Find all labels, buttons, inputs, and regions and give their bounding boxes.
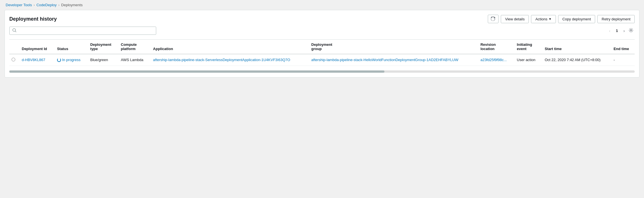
col-compute-platform: Computeplatform [118, 40, 150, 54]
copy-deployment-button[interactable]: Copy deployment [558, 15, 595, 23]
search-input[interactable] [18, 29, 153, 33]
col-status: Status [54, 40, 87, 54]
next-page-button[interactable]: › [622, 28, 626, 34]
pagination-controls: ‹ 1 › [608, 28, 626, 34]
prev-page-button[interactable]: ‹ [608, 28, 612, 34]
copy-deployment-label: Copy deployment [562, 17, 591, 21]
breadcrumb-developer-tools[interactable]: Developer Tools [6, 3, 32, 7]
col-checkbox [9, 40, 18, 54]
in-progress-spinner [57, 58, 61, 62]
col-deployment-id: Deployment Id [18, 40, 54, 54]
refresh-button[interactable] [488, 15, 499, 23]
col-deployment-group: Deploymentgroup [308, 40, 477, 54]
application-link[interactable]: aftership-lambda-pipeline-stack-Serverle… [153, 58, 290, 62]
retry-deployment-label: Retry deployment [602, 17, 630, 21]
retry-deployment-button[interactable]: Retry deployment [597, 15, 635, 23]
search-bar[interactable] [9, 27, 156, 35]
col-deployment-type: Deploymenttype [87, 40, 118, 54]
settings-button[interactable] [627, 27, 635, 34]
deployment-history-panel: Deployment history View details Actions … [5, 10, 639, 78]
header-actions: View details Actions ▼ Copy deployment R… [488, 15, 635, 23]
actions-label: Actions [535, 17, 547, 21]
svg-line-1 [15, 31, 16, 32]
end-time-cell: - [610, 54, 635, 66]
breadcrumb-codedeploy[interactable]: CodeDeploy [36, 3, 57, 7]
deployment-table: Deployment Id Status Deploymenttype Comp… [9, 39, 635, 66]
panel-header: Deployment history View details Actions … [9, 15, 635, 23]
col-application: Application [150, 40, 308, 54]
start-time-cell: Oct 22, 2020 7:42 AM (UTC+8:00) [541, 54, 610, 66]
compute-platform-cell: AWS Lambda [118, 54, 150, 66]
refresh-icon [491, 17, 495, 21]
table-row: d-HBV8KL867In progressBlue/greenAWS Lamb… [9, 54, 635, 66]
status-text: In progress [62, 58, 80, 62]
search-icon [12, 28, 16, 33]
deployment-id-link[interactable]: d-HBV8KL867 [22, 58, 45, 62]
deployment-group-link[interactable]: aftership-lambda-pipeline-stack-HelloWor… [311, 58, 458, 62]
revision-location-link[interactable]: a23fd25f9f98c... [480, 58, 507, 62]
col-initiating-event: Initiatingevent [514, 40, 541, 54]
svg-point-2 [630, 29, 632, 31]
toolbar-row: ‹ 1 › [9, 27, 635, 35]
chevron-down-icon: ▼ [549, 17, 552, 21]
pagination-area: ‹ 1 › [608, 27, 635, 34]
breadcrumb-sep-2: › [58, 3, 60, 7]
actions-button[interactable]: Actions ▼ [531, 15, 556, 23]
col-end-time: End time [610, 40, 635, 54]
table-header-row: Deployment Id Status Deploymenttype Comp… [9, 40, 635, 54]
settings-icon [629, 28, 633, 33]
deployment-type-cell: Blue/green [87, 54, 118, 66]
breadcrumb-current: Deployments [61, 3, 83, 7]
initiating-event-cell: User action [514, 54, 541, 66]
horizontal-scrollbar[interactable] [9, 70, 635, 73]
view-details-label: View details [505, 17, 525, 21]
row-select-radio[interactable] [12, 58, 15, 61]
breadcrumb-sep-1: › [34, 3, 35, 7]
current-page: 1 [613, 29, 620, 33]
breadcrumb: Developer Tools › CodeDeploy › Deploymen… [0, 0, 644, 10]
table-wrapper: Deployment Id Status Deploymenttype Comp… [9, 39, 635, 66]
view-details-button[interactable]: View details [501, 15, 529, 23]
col-start-time: Start time [541, 40, 610, 54]
col-revision-location: Revisionlocation [477, 40, 514, 54]
scrollbar-thumb [9, 70, 384, 73]
panel-title: Deployment history [9, 16, 57, 22]
